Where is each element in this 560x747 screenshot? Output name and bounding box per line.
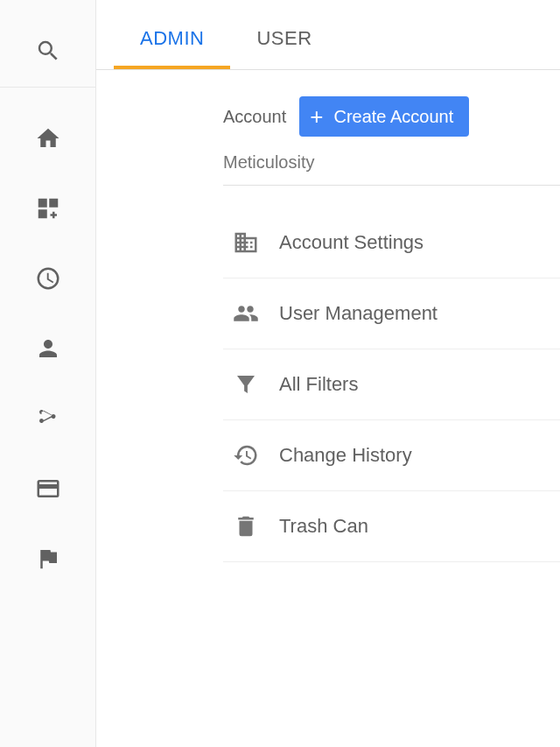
nav-realtime[interactable] bbox=[0, 245, 95, 315]
widgets-icon bbox=[35, 195, 61, 225]
nav-conversions[interactable] bbox=[0, 525, 95, 595]
menu-label: User Management bbox=[279, 302, 438, 325]
building-icon bbox=[232, 229, 260, 257]
account-label: Account bbox=[223, 107, 286, 127]
nav-audience[interactable] bbox=[0, 315, 95, 385]
account-header: Account + Create Account bbox=[223, 96, 560, 137]
search-icon bbox=[35, 38, 61, 67]
group-icon bbox=[232, 300, 260, 328]
tab-bar: ADMIN USER bbox=[96, 0, 560, 70]
account-menu: Account Settings User Management All Fil… bbox=[223, 208, 560, 562]
history-icon bbox=[232, 441, 260, 469]
sidebar bbox=[0, 0, 96, 747]
tab-user[interactable]: USER bbox=[230, 27, 338, 69]
admin-panel: Account + Create Account Meticulosity Ac… bbox=[96, 70, 560, 562]
create-account-button[interactable]: + Create Account bbox=[299, 96, 469, 137]
nav-behavior[interactable] bbox=[0, 455, 95, 525]
create-account-label: Create Account bbox=[333, 107, 453, 127]
nav-home[interactable] bbox=[0, 105, 95, 175]
nav-dashboard[interactable] bbox=[0, 175, 95, 245]
menu-trash-can[interactable]: Trash Can bbox=[223, 491, 560, 562]
menu-label: Account Settings bbox=[279, 231, 424, 254]
trash-icon bbox=[232, 512, 260, 540]
nav-acquisition[interactable] bbox=[0, 385, 95, 455]
menu-account-settings[interactable]: Account Settings bbox=[223, 208, 560, 278]
tab-admin[interactable]: ADMIN bbox=[114, 27, 230, 69]
menu-label: All Filters bbox=[279, 373, 358, 396]
clock-icon bbox=[35, 265, 61, 295]
menu-all-filters[interactable]: All Filters bbox=[223, 349, 560, 420]
plus-icon: + bbox=[310, 105, 323, 128]
menu-user-management[interactable]: User Management bbox=[223, 278, 560, 349]
search-button[interactable] bbox=[0, 18, 95, 88]
share-icon bbox=[35, 405, 61, 435]
menu-label: Change History bbox=[279, 444, 412, 467]
card-icon bbox=[35, 476, 61, 505]
person-icon bbox=[35, 335, 61, 365]
filter-icon bbox=[232, 370, 260, 398]
account-name[interactable]: Meticulosity bbox=[223, 152, 560, 186]
flag-icon bbox=[35, 546, 61, 575]
menu-change-history[interactable]: Change History bbox=[223, 420, 560, 491]
home-icon bbox=[35, 125, 61, 155]
main-content: ADMIN USER Account + Create Account Meti… bbox=[96, 0, 560, 747]
menu-label: Trash Can bbox=[279, 515, 368, 538]
